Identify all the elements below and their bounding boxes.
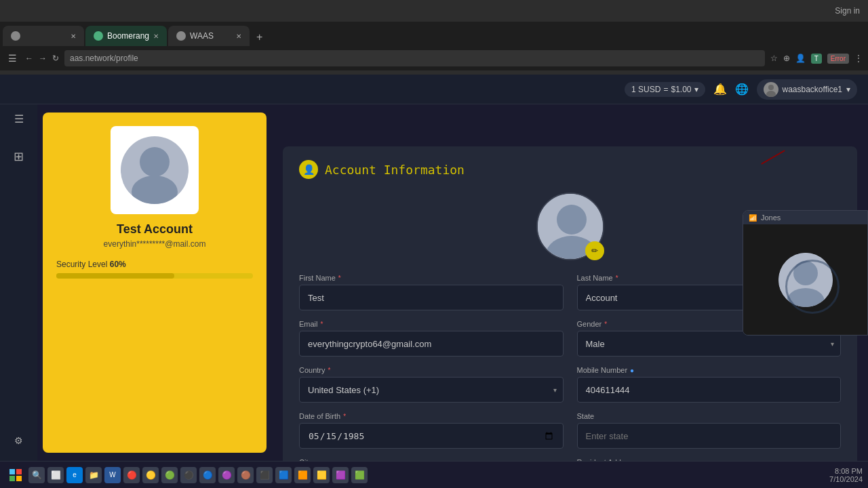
security-percent: 60%: [110, 260, 126, 269]
dob-required: *: [343, 413, 346, 420]
taskbar-files-icon[interactable]: 📁: [85, 467, 102, 483]
taskbar-icon-6[interactable]: ⚫: [180, 467, 197, 483]
form-group-state: State: [577, 412, 842, 449]
taskbar-icon-11[interactable]: 🟦: [275, 467, 292, 483]
taskbar-icon-15[interactable]: 🟩: [351, 467, 368, 483]
profile-email: everythin*********@mail.com: [104, 239, 206, 249]
form-avatar-group: ✏: [536, 192, 604, 260]
taskbar: 🔍 ⬜ e 📁 W 🔴 🟡 🟢 ⚫ 🔵 🟣 🟤 ⬛ 🟦 🟧 🟨 🟪 🟩 8:08…: [0, 461, 868, 488]
svg-point-2: [140, 147, 170, 177]
address-bar-input[interactable]: [64, 50, 765, 66]
taskbar-icon-10[interactable]: ⬛: [256, 467, 273, 483]
tab-waas-label: WAAS: [190, 31, 214, 41]
taskbar-date: 7/10/2024: [829, 475, 863, 483]
form-group-mobile: Mobile Number ●: [577, 366, 842, 403]
tab-boomerang[interactable]: Boomerang ✕: [85, 26, 167, 46]
taskbar-icon-7[interactable]: 🔵: [199, 467, 216, 483]
form-section-title: 👤 Account Information: [299, 160, 841, 179]
user-avatar: [764, 82, 778, 97]
taskbar-word-icon[interactable]: W: [104, 467, 121, 483]
signal-icon: 📶: [749, 214, 757, 222]
state-input[interactable]: [577, 423, 842, 449]
video-chat-name: Jones: [761, 214, 781, 222]
extensions-icon[interactable]: ⊕: [783, 54, 790, 63]
taskbar-icon-9[interactable]: 🟤: [237, 467, 254, 483]
profile-icon[interactable]: 👤: [795, 54, 806, 63]
notifications-icon[interactable]: 🔔: [713, 83, 727, 96]
sidebar-bottom: ⚙: [7, 428, 31, 453]
taskbar-time: 8:08 PM: [829, 467, 863, 475]
globe-icon[interactable]: 🌐: [735, 83, 749, 96]
currency-badge[interactable]: 1 SUSD = $1.00 ▾: [625, 82, 705, 97]
profile-panel: Test Account everythin*********@mail.com…: [43, 113, 267, 453]
tab-empty-icon: [11, 31, 20, 41]
svg-point-0: [768, 85, 774, 90]
tab-empty[interactable]: ✕: [3, 26, 84, 46]
form-group-email: Email *: [299, 320, 564, 357]
currency-amount: 1 SUSD: [631, 85, 660, 94]
currency-dropdown-icon: ▾: [694, 85, 698, 94]
email-label: Email *: [299, 320, 564, 328]
svg-point-3: [132, 176, 178, 204]
back-button[interactable]: ←: [25, 54, 33, 63]
security-bar-background: [56, 273, 253, 279]
user-badge[interactable]: waasbackoffice1 ▾: [757, 79, 858, 100]
taskbar-icon-8[interactable]: 🟣: [218, 467, 235, 483]
security-section: Security Level 60%: [56, 260, 253, 279]
svg-rect-13: [16, 476, 22, 481]
svg-point-5: [557, 205, 587, 235]
country-select-wrapper: United States (+1) United Kingdom (+44) …: [299, 377, 564, 403]
currency-separator: =: [663, 85, 668, 94]
security-bar-fill: [56, 273, 174, 279]
mobile-required: ●: [630, 367, 634, 374]
dob-label: Date of Birth *: [299, 412, 564, 420]
taskbar-icon-3[interactable]: 🔴: [123, 467, 140, 483]
taskbar-taskview-icon[interactable]: ⬜: [47, 467, 64, 483]
taskbar-icon-4[interactable]: 🟡: [142, 467, 159, 483]
title-icon: 👤: [299, 160, 318, 179]
taskbar-edge-icon[interactable]: e: [66, 467, 83, 483]
tab-waas[interactable]: WAAS ✕: [168, 26, 250, 46]
taskbar-icon-14[interactable]: 🟪: [332, 467, 349, 483]
country-label: Country *: [299, 366, 564, 374]
country-required: *: [328, 367, 331, 374]
more-options-icon[interactable]: ⋮: [854, 54, 863, 63]
svg-rect-12: [9, 476, 15, 481]
browser-menu-button[interactable]: ☰: [5, 52, 20, 65]
tab-waas-close[interactable]: ✕: [236, 33, 241, 40]
tab-boomerang-label: Boomerang: [107, 31, 149, 41]
avatar-edit-button[interactable]: ✏: [585, 241, 604, 260]
taskbar-icon-13[interactable]: 🟨: [313, 467, 330, 483]
sidebar-settings-icon[interactable]: ⚙: [7, 428, 31, 453]
taskbar-icon-5[interactable]: 🟢: [161, 467, 178, 483]
tab-empty-close[interactable]: ✕: [71, 33, 76, 40]
forward-button[interactable]: →: [39, 54, 47, 63]
profile-avatar: [121, 136, 189, 204]
tab-boomerang-close[interactable]: ✕: [153, 33, 159, 40]
sidebar-hamburger-icon[interactable]: ☰: [14, 113, 24, 125]
mobile-input[interactable]: [577, 377, 842, 403]
sidebar-nav-item-1[interactable]: ⊞: [7, 144, 31, 169]
start-button[interactable]: [5, 465, 26, 485]
left-sidebar: ☰ ⊞ ⚙: [0, 104, 37, 461]
video-chat-body: [743, 224, 867, 335]
main-layout: ☰ ⊞ ⚙ Test Account everythin*********@ma…: [0, 104, 868, 461]
browser-sign-in-label[interactable]: Sign in: [835, 6, 860, 16]
refresh-button[interactable]: ↻: [52, 54, 59, 63]
new-tab-button[interactable]: +: [251, 28, 268, 46]
country-select[interactable]: United States (+1) United Kingdom (+44): [299, 377, 564, 403]
taskbar-search-icon[interactable]: 🔍: [28, 467, 45, 483]
error-badge: Error: [827, 54, 849, 64]
currency-price: $1.00: [671, 85, 691, 94]
waas-icon[interactable]: T: [811, 54, 822, 64]
svg-point-1: [766, 91, 776, 97]
form-group-dob: Date of Birth *: [299, 412, 564, 449]
svg-rect-11: [16, 469, 22, 474]
profile-name: Test Account: [117, 222, 193, 237]
video-chat-header: 📶 Jones: [743, 211, 867, 224]
dob-input[interactable]: [299, 423, 564, 449]
taskbar-icon-12[interactable]: 🟧: [294, 467, 311, 483]
star-icon[interactable]: ☆: [770, 54, 778, 63]
email-input[interactable]: [299, 331, 564, 357]
first-name-input[interactable]: [299, 285, 564, 310]
